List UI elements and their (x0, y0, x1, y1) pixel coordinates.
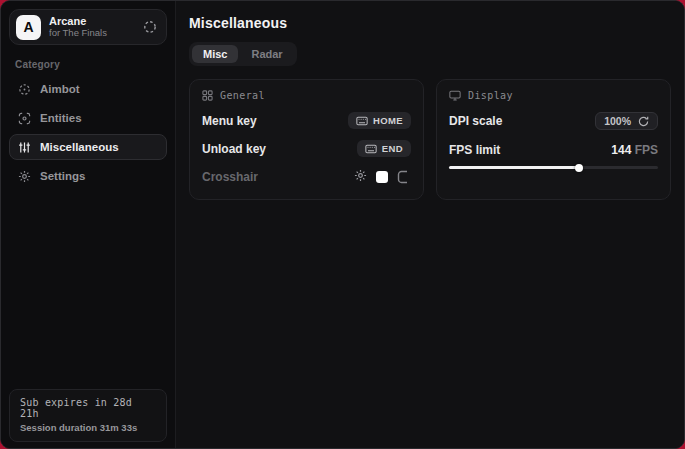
dpi-scale-control[interactable]: 100% (595, 112, 658, 130)
sidebar-item-label: Aimbot (40, 83, 80, 95)
main-panel: Miscellaneous Misc Radar Gene (176, 1, 684, 448)
general-card: General Menu key HOME (189, 79, 424, 200)
sidebar-item-settings[interactable]: Settings (9, 163, 167, 189)
fps-slider-thumb[interactable] (575, 164, 583, 172)
sub-expiry-text: Sub expires in 28d 21h (20, 397, 156, 419)
page-title: Miscellaneous (189, 15, 671, 31)
menu-key-bind-button[interactable]: HOME (348, 112, 411, 129)
fps-limit-value: 144 FPS (611, 143, 658, 157)
card-title: General (220, 90, 265, 101)
sidebar-nav: Aimbot Entities (1, 76, 175, 189)
card-title: Display (468, 90, 513, 101)
dpi-scale-row: DPI scale 100% (449, 112, 658, 130)
sidebar-item-aimbot[interactable]: Aimbot (9, 76, 167, 102)
refresh-icon[interactable] (638, 116, 649, 127)
sliders-icon (18, 141, 31, 154)
monitor-icon (449, 90, 461, 101)
crosshair-icon (18, 83, 31, 96)
sidebar-item-miscellaneous[interactable]: Miscellaneous (9, 134, 167, 160)
sidebar-item-label: Entities (40, 112, 82, 124)
keyboard-icon (365, 144, 377, 154)
menu-key-value: HOME (373, 115, 403, 126)
gear-icon (18, 170, 31, 183)
menu-key-label: Menu key (202, 114, 257, 128)
unload-key-bind-button[interactable]: END (357, 140, 411, 157)
subscription-card: Sub expires in 28d 21h Session duration … (9, 389, 167, 442)
fps-limit-label: FPS limit (449, 143, 500, 157)
grid-icon (202, 90, 213, 101)
fps-unit: FPS (635, 143, 658, 157)
app-window: A Arcane for The Finals Category (0, 0, 685, 449)
crosshair-preview-bracket-icon[interactable] (397, 170, 411, 184)
menu-key-row: Menu key HOME (202, 112, 411, 129)
unload-key-label: Unload key (202, 142, 266, 156)
fps-limit-row: FPS limit 144 FPS (449, 141, 658, 158)
scan-icon (18, 112, 31, 125)
fps-slider-fill (449, 166, 579, 169)
dpi-scale-value: 100% (604, 115, 631, 127)
unload-key-row: Unload key END (202, 140, 411, 157)
sidebar: A Arcane for The Finals Category (1, 1, 176, 448)
tab-bar: Misc Radar (189, 42, 297, 66)
app-title: Arcane (49, 15, 107, 28)
dpi-scale-label: DPI scale (449, 114, 502, 128)
sidebar-item-label: Settings (40, 170, 85, 182)
sidebar-item-label: Miscellaneous (40, 141, 119, 153)
crosshair-label: Crosshair (202, 170, 258, 184)
category-label: Category (15, 59, 175, 70)
tab-misc[interactable]: Misc (192, 45, 238, 63)
dashed-circle-icon[interactable] (143, 20, 157, 34)
crosshair-row: Crosshair (202, 168, 411, 185)
crosshair-settings-gear-icon[interactable] (354, 169, 367, 184)
display-card: Display DPI scale 100% (436, 79, 671, 200)
crosshair-color-swatch[interactable] (376, 171, 388, 183)
keyboard-icon (356, 116, 368, 126)
session-duration-text: Session duration 31m 33s (20, 422, 156, 433)
app-subtitle: for The Finals (49, 28, 107, 39)
sidebar-item-entities[interactable]: Entities (9, 105, 167, 131)
app-logo: A (16, 15, 41, 40)
brand-card: A Arcane for The Finals (9, 9, 167, 45)
unload-key-value: END (382, 143, 403, 154)
tab-radar[interactable]: Radar (240, 45, 293, 63)
fps-limit-slider[interactable] (449, 163, 658, 172)
